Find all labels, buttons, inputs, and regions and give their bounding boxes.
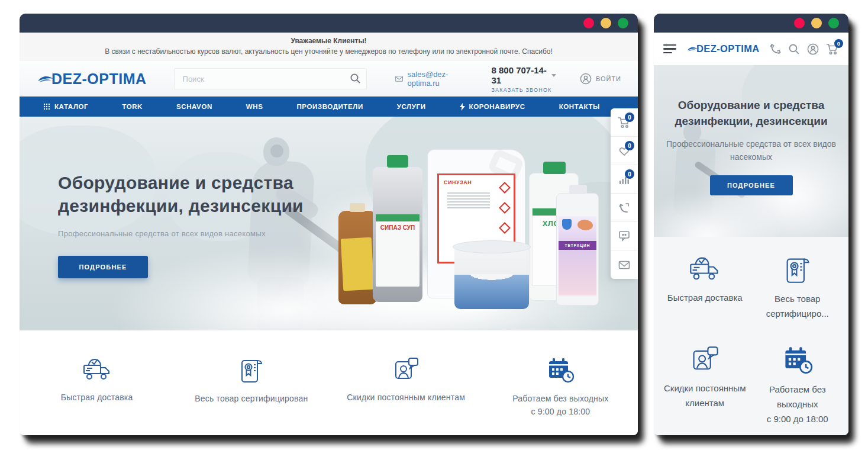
notice-text: В связи с нестабильностью курсов валют, … (20, 47, 638, 56)
mail-icon (618, 261, 630, 269)
callback-button[interactable] (611, 194, 638, 222)
compare-button[interactable]: 0 (611, 165, 638, 194)
feature-fast-delivery: Быстрая доставка (20, 356, 174, 435)
phone-block: 8 800 707-14-31 ЗАКАЗАТЬ ЗВОНОК (491, 65, 556, 93)
feature-discounts: Скидки постоянным клиентам (659, 345, 751, 435)
search-box (174, 68, 367, 89)
site-header: DEZ-OPTIMA sales@dez-optima.ru 8 (20, 61, 638, 97)
lightning-icon (460, 103, 465, 111)
window-controls (583, 18, 628, 28)
close-window-button[interactable] (583, 18, 594, 28)
product-bottle-sipaz: СИПАЗ СУП (373, 167, 422, 302)
showcase-canvas: Уважаемые Клиенты! В связи с нестабильно… (0, 0, 868, 450)
cart-count-badge: 0 (834, 39, 843, 48)
hero-subtitle: Профессиональные средства от всех видов … (664, 137, 838, 163)
account-icon[interactable] (807, 43, 819, 55)
logo-text: DEZ-OPTIMA (696, 43, 760, 54)
hero-photo-products: СИПАЗ СУП СИНУЗАН ХЛОР (338, 136, 599, 309)
hamburger-menu-icon[interactable] (663, 44, 676, 54)
hero-title: Оборудование и средства дезинфекции, дез… (58, 171, 304, 217)
close-window-button[interactable] (794, 18, 805, 28)
nav-item-tork[interactable]: TORK (122, 103, 143, 110)
phone-icon[interactable] (769, 43, 781, 55)
person-chat-icon (689, 345, 720, 374)
mobile-features-grid: Быстрая доставка Весь товар сертифициро.… (654, 237, 848, 435)
cart-button[interactable]: 0 (611, 108, 638, 137)
nav-item-schavon[interactable]: SCHAVON (176, 103, 212, 110)
search-icon[interactable] (788, 43, 800, 55)
calendar-clock-icon (546, 356, 575, 384)
nav-item-coronavirus[interactable]: КОРОНАВИРУС (460, 103, 525, 111)
mail-button[interactable] (611, 250, 638, 279)
desktop-titlebar (20, 14, 638, 33)
product-bottle-brown (338, 211, 376, 304)
floating-action-panel: 0 0 0 (611, 108, 638, 279)
minimize-window-button[interactable] (811, 18, 822, 28)
mobile-header-icons: 0 (769, 43, 839, 55)
email-text: sales@dez-optima.ru (408, 70, 472, 88)
header-contacts: sales@dez-optima.ru 8 800 707-14-31 ЗАКА… (395, 65, 556, 93)
notice-title: Уважаемые Клиенты! (20, 37, 638, 45)
search-icon[interactable] (350, 73, 361, 84)
nav-item-manufacturers[interactable]: ПРОИЗВОДИТЕЛИ (296, 103, 363, 110)
login-button[interactable]: ВОЙТИ (580, 73, 621, 85)
search-input[interactable] (174, 68, 367, 89)
feature-fast-delivery: Быстрая доставка (659, 255, 751, 330)
product-tub (454, 245, 529, 309)
mobile-hero-banner: Оборудование и средства дезинфекции, дез… (654, 65, 848, 237)
wishlist-button[interactable]: 0 (611, 137, 638, 165)
certificate-icon (238, 356, 265, 384)
calendar-clock-icon (782, 345, 813, 375)
mobile-header: DEZ-OPTIMA 0 (654, 33, 848, 65)
features-strip: Быстрая доставка Весь товар сертифициров… (20, 330, 638, 435)
grid-icon (43, 103, 50, 110)
desktop-page: Уважаемые Клиенты! В связи с нестабильно… (20, 33, 638, 435)
site-logo[interactable]: DEZ-OPTIMA (37, 70, 147, 88)
nav-item-contacts[interactable]: КОНТАКТЫ (559, 103, 600, 110)
hero-more-button[interactable]: ПОДРОБНЕЕ (710, 175, 793, 195)
mobile-hero-content: Оборудование и средства дезинфекции, дез… (654, 65, 848, 195)
window-controls (794, 18, 839, 28)
chat-icon (618, 230, 630, 242)
hero-content: Оборудование и средства дезинфекции, дез… (58, 171, 304, 278)
chat-button[interactable] (611, 222, 638, 250)
delivery-truck-icon (688, 255, 721, 283)
wishlist-count-badge: 0 (625, 141, 634, 150)
feature-working-hours: Работаем без выходныхс 9:00 до 18:00 (751, 345, 844, 435)
feature-certified: Весь товар сертифициро... (751, 255, 844, 330)
feature-discounts: Скидки постоянным клиентам (329, 356, 483, 435)
maximize-window-button[interactable] (618, 18, 628, 28)
mobile-window: DEZ-OPTIMA 0 (654, 14, 848, 435)
hero-more-button[interactable]: ПОДРОБНЕЕ (58, 256, 148, 278)
login-label: ВОЙТИ (596, 75, 621, 82)
logo-text: DEZ-OPTIMA (51, 70, 147, 88)
mobile-logo[interactable]: DEZ-OPTIMA (687, 43, 763, 54)
main-nav: КАТАЛОГ TORK SCHAVON WHS ПРОИЗВОДИТЕЛИ У… (20, 97, 638, 117)
maximize-window-button[interactable] (828, 18, 839, 28)
cart-count-badge: 0 (625, 112, 634, 122)
phone-callback-icon (618, 202, 630, 214)
mobile-page: DEZ-OPTIMA 0 (654, 33, 848, 435)
nav-item-whs[interactable]: WHS (246, 103, 263, 110)
phone-number[interactable]: 8 800 707-14-31 (491, 65, 556, 85)
hero-banner: СИПАЗ СУП СИНУЗАН ХЛОР (20, 117, 638, 330)
feature-working-hours: Работаем без выходныхс 9:00 до 18:00 (483, 356, 638, 435)
hero-subtitle: Профессиональные средства от всех видов … (58, 229, 304, 238)
nav-item-catalog[interactable]: КАТАЛОГ (43, 103, 88, 110)
envelope-icon (395, 75, 403, 82)
person-chat-icon (392, 356, 420, 382)
delivery-truck-icon (82, 356, 112, 382)
certificate-icon (783, 255, 812, 284)
cart-icon[interactable]: 0 (826, 43, 839, 55)
nav-item-services[interactable]: УСЛУГИ (397, 103, 426, 110)
person-circle-icon (580, 73, 592, 85)
desktop-window: Уважаемые Клиенты! В связи с нестабильно… (20, 14, 638, 435)
minimize-window-button[interactable] (601, 18, 611, 28)
callback-link[interactable]: ЗАКАЗАТЬ ЗВОНОК (491, 87, 556, 93)
feature-certified: Весь товар сертифицирован (174, 356, 328, 435)
email-link[interactable]: sales@dez-optima.ru (395, 70, 471, 88)
chevron-down-icon (551, 74, 556, 77)
product-bottle-tetracin: ТЕТРАЦИН (556, 193, 599, 306)
notice-bar: Уважаемые Клиенты! В связи с нестабильно… (20, 33, 638, 61)
mobile-titlebar (654, 14, 848, 33)
